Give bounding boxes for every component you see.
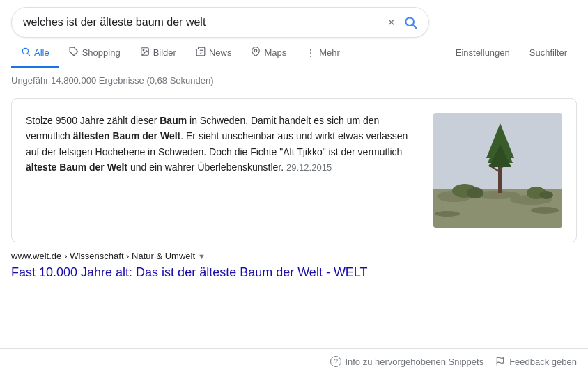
svg-point-2 bbox=[22, 48, 28, 54]
svg-point-6 bbox=[143, 49, 144, 51]
tab-alle[interactable]: Alle bbox=[11, 38, 59, 68]
tab-maps[interactable]: Maps bbox=[241, 38, 296, 68]
svg-point-17 bbox=[435, 211, 460, 217]
source-dropdown-arrow[interactable]: ▼ bbox=[198, 252, 206, 260]
result-text-after3: und ein wahrer Überlebenskünstler. bbox=[127, 162, 284, 173]
result-bold3: älteste Baum der Welt bbox=[26, 162, 127, 173]
svg-point-16 bbox=[531, 207, 559, 214]
location-icon bbox=[251, 47, 261, 56]
clear-button[interactable]: × bbox=[387, 15, 395, 30]
news-icon bbox=[196, 47, 206, 59]
nav-right: Einstellungen Suchfilter bbox=[446, 39, 588, 67]
tab-mehr[interactable]: ⋮ Mehr bbox=[296, 39, 350, 68]
result-text: Stolze 9500 Jahre zählt dieser Baum in S… bbox=[26, 113, 422, 176]
footer-snippets-info[interactable]: ? Info zu hervorgehobenen Snippets bbox=[330, 356, 483, 367]
mehr-icon: ⋮ bbox=[306, 47, 316, 59]
einstellungen-link[interactable]: Einstellungen bbox=[446, 39, 520, 68]
image-icon bbox=[140, 47, 150, 56]
results-count: Ungefähr 14.800.000 Ergebnisse (0,68 Sek… bbox=[0, 68, 588, 93]
result-bold1: Baum bbox=[160, 115, 187, 126]
info-icon: ? bbox=[330, 356, 341, 367]
result-text-before1: Stolze 9500 Jahre zählt dieser bbox=[26, 115, 160, 126]
source-breadcrumb: › Wissenschaft › Natur & Umwelt bbox=[64, 251, 195, 261]
result-content: Stolze 9500 Jahre zählt dieser Baum in S… bbox=[26, 113, 422, 228]
suchfilter-link[interactable]: Suchfilter bbox=[520, 39, 577, 68]
nav-tabs: Alle Shopping Bilder News Ma bbox=[0, 38, 588, 68]
search-tab-icon bbox=[21, 47, 31, 56]
maps-icon bbox=[251, 47, 261, 59]
tab-bilder[interactable]: Bilder bbox=[130, 38, 186, 68]
svg-line-3 bbox=[28, 54, 30, 56]
tab-news[interactable]: News bbox=[186, 38, 242, 68]
search-icon bbox=[403, 15, 417, 29]
footer-feedback-label: Feedback geben bbox=[509, 357, 577, 367]
result-link[interactable]: Fast 10.000 Jahre alt: Das ist der ältes… bbox=[11, 265, 368, 279]
tag-icon bbox=[69, 47, 79, 56]
tab-bilder-label: Bilder bbox=[153, 47, 176, 58]
svg-line-1 bbox=[413, 25, 417, 29]
search-input[interactable] bbox=[23, 16, 387, 29]
search-bar-area: × bbox=[0, 0, 588, 38]
result-date: 29.12.2015 bbox=[286, 162, 332, 173]
tree-illustration bbox=[433, 113, 562, 228]
tab-news-label: News bbox=[209, 47, 232, 58]
source-domain: www.welt.de bbox=[11, 251, 61, 261]
feedback-icon bbox=[495, 356, 506, 367]
footer-info-label: Info zu hervorgehobenen Snippets bbox=[345, 357, 483, 367]
footer: ? Info zu hervorgehobenen Snippets Feedb… bbox=[0, 348, 588, 374]
svg-point-27 bbox=[539, 191, 553, 199]
newspaper-icon bbox=[196, 47, 206, 56]
result-image bbox=[433, 113, 562, 228]
svg-point-10 bbox=[255, 49, 258, 52]
alle-icon bbox=[21, 47, 31, 59]
tab-shopping-label: Shopping bbox=[82, 47, 121, 58]
search-input-wrapper: × bbox=[11, 7, 429, 38]
tab-maps-label: Maps bbox=[264, 47, 286, 58]
bilder-icon bbox=[140, 47, 150, 59]
tab-shopping[interactable]: Shopping bbox=[59, 38, 130, 68]
tab-alle-label: Alle bbox=[34, 47, 49, 58]
search-button[interactable] bbox=[403, 15, 417, 29]
footer-feedback[interactable]: Feedback geben bbox=[495, 356, 577, 367]
flag-icon bbox=[495, 357, 505, 366]
tab-mehr-label: Mehr bbox=[319, 47, 340, 58]
source-info: www.welt.de › Wissenschaft › Natur & Umw… bbox=[11, 251, 577, 261]
result-bold2: ältesten Baum der Welt bbox=[73, 130, 181, 141]
svg-point-19 bbox=[467, 187, 483, 198]
result-card: Stolze 9500 Jahre zählt dieser Baum in S… bbox=[11, 98, 577, 242]
shopping-icon bbox=[69, 47, 79, 59]
